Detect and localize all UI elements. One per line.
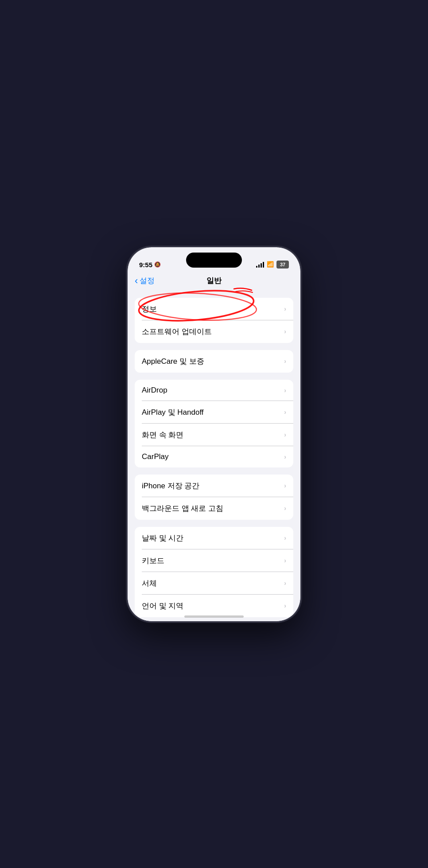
menu-item-font[interactable]: 서체 › — [135, 572, 293, 595]
menu-label-applecare: AppleCare 및 보증 — [142, 356, 204, 366]
menu-item-info[interactable]: 정보 › — [135, 298, 293, 320]
menu-label-airdrop: AirDrop — [142, 386, 167, 395]
section-storage: iPhone 저장 공간 › 백그라운드 앱 새로 고침 › — [135, 475, 293, 520]
menu-label-keyboard: 키보드 — [142, 556, 164, 566]
menu-item-applecare[interactable]: AppleCare 및 보증 › — [135, 350, 293, 373]
chevron-icon: › — [284, 557, 286, 564]
home-indicator — [184, 615, 244, 618]
chevron-icon: › — [284, 305, 286, 312]
menu-item-airdrop[interactable]: AirDrop › — [135, 380, 293, 401]
menu-label-software-update: 소프트웨어 업데이트 — [142, 327, 212, 337]
chevron-icon: › — [284, 453, 286, 460]
menu-label-font: 서체 — [142, 578, 157, 588]
menu-item-background-refresh[interactable]: 백그라운드 앱 새로 고침 › — [135, 497, 293, 520]
back-chevron-icon: ‹ — [135, 275, 138, 287]
battery-icon: 37 — [276, 261, 289, 269]
menu-label-airplay-handoff: AirPlay 및 Handoff — [142, 407, 204, 417]
page-title: 일반 — [206, 276, 222, 286]
section-airdrop: AirDrop › AirPlay 및 Handoff › 화면 속 화면 › … — [135, 380, 293, 467]
menu-label-pip: 화면 속 화면 — [142, 430, 183, 440]
back-button[interactable]: ‹ 설정 — [135, 275, 155, 287]
chevron-icon: › — [284, 602, 286, 609]
menu-item-software-update[interactable]: 소프트웨어 업데이트 › — [135, 320, 293, 343]
chevron-icon: › — [284, 505, 286, 512]
back-label: 설정 — [140, 276, 155, 286]
chevron-icon: › — [284, 482, 286, 489]
menu-item-keyboard[interactable]: 키보드 › — [135, 549, 293, 572]
menu-label-language-region: 언어 및 지역 — [142, 601, 183, 611]
menu-label-date-time: 날짜 및 시간 — [142, 533, 183, 543]
menu-label-background-refresh: 백그라운드 앱 새로 고침 — [142, 503, 223, 514]
section-info: 정보 › 소프트웨어 업데이트 › — [135, 298, 293, 343]
mute-icon: 🔕 — [154, 261, 161, 268]
menu-item-iphone-storage[interactable]: iPhone 저장 공간 › — [135, 475, 293, 497]
menu-item-airplay-handoff[interactable]: AirPlay 및 Handoff › — [135, 401, 293, 424]
wifi-icon: 📶 — [267, 261, 274, 268]
chevron-icon: › — [284, 580, 286, 587]
menu-item-date-time[interactable]: 날짜 및 시간 › — [135, 527, 293, 549]
battery-level: 37 — [280, 262, 285, 267]
chevron-icon: › — [284, 431, 286, 438]
chevron-icon: › — [284, 387, 286, 394]
chevron-icon: › — [284, 328, 286, 335]
chevron-icon: › — [284, 358, 286, 365]
menu-label-info: 정보 — [142, 304, 157, 314]
menu-item-pip[interactable]: 화면 속 화면 › — [135, 424, 293, 446]
menu-label-iphone-storage: iPhone 저장 공간 — [142, 481, 199, 491]
dynamic-island — [186, 253, 242, 268]
settings-content: 정보 › 소프트웨어 업데이트 › AppleCare 및 보증 › AirDr… — [128, 291, 300, 621]
menu-label-carplay: CarPlay — [142, 452, 168, 461]
menu-item-language-region[interactable]: 언어 및 지역 › — [135, 595, 293, 617]
status-right: 📶 37 — [256, 261, 289, 269]
section-datetime: 날짜 및 시간 › 키보드 › 서체 › 언어 및 지역 › — [135, 527, 293, 617]
chevron-icon: › — [284, 534, 286, 541]
time-label: 9:55 — [139, 261, 152, 269]
section-applecare: AppleCare 및 보증 › — [135, 350, 293, 373]
nav-bar: ‹ 설정 일반 — [128, 271, 300, 291]
signal-icon — [256, 261, 264, 268]
status-time: 9:55 🔕 — [139, 261, 161, 269]
menu-item-carplay[interactable]: CarPlay › — [135, 446, 293, 467]
chevron-icon: › — [284, 409, 286, 416]
